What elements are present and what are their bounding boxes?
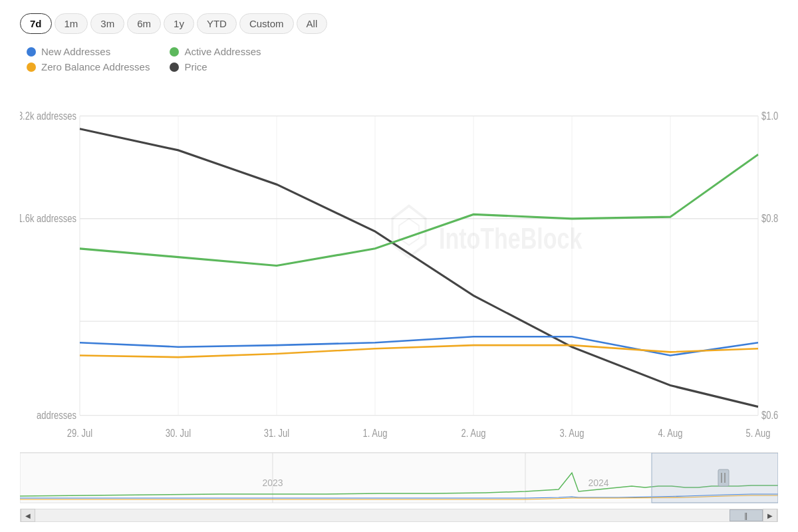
legend-dot-1 [27, 63, 36, 72]
chart-wrapper: 3.2k addresses 1.6k addresses addresses … [20, 82, 778, 519]
svg-text:3. Aug: 3. Aug [560, 426, 585, 439]
legend-dot-2 [170, 47, 179, 57]
time-btn-ytd[interactable]: YTD [197, 13, 237, 34]
svg-rect-34 [652, 453, 778, 503]
svg-marker-19 [399, 219, 419, 245]
svg-text:2. Aug: 2. Aug [462, 426, 486, 439]
legend-item-3: Price [170, 61, 261, 72]
svg-text:5. Aug: 5. Aug [746, 426, 771, 439]
svg-text:1.6k addresses: 1.6k addresses [20, 211, 76, 224]
time-range-selector: 7d1m3m6m1yYTDCustomAll [20, 13, 778, 34]
scroll-left-button[interactable]: ◀ [21, 509, 35, 522]
legend-dot-3 [170, 63, 179, 72]
svg-text:4. Aug: 4. Aug [658, 426, 683, 439]
svg-text:$0.600000: $0.600000 [761, 408, 778, 421]
svg-marker-18 [392, 205, 426, 257]
scroll-thumb[interactable]: ‖ [730, 509, 763, 521]
legend-label-2: Active Addresses [184, 46, 261, 57]
legend-label-3: Price [184, 61, 207, 72]
navigator-svg: 2023 2024 [20, 453, 778, 506]
time-btn-3m[interactable]: 3m [90, 13, 124, 34]
navigator-scrollbar: ◀ ‖ ▶ [20, 509, 778, 522]
svg-rect-35 [718, 469, 729, 486]
time-btn-6m[interactable]: 6m [127, 13, 161, 34]
legend-label-1: Zero Balance Addresses [41, 61, 150, 72]
svg-text:$0.800000: $0.800000 [761, 211, 778, 224]
time-btn-custom[interactable]: Custom [239, 13, 294, 34]
main-container: 7d1m3m6m1yYTDCustomAll New AddressesZero… [0, 0, 798, 532]
legend-item-0: New Addresses [27, 46, 150, 57]
main-chart-svg: 3.2k addresses 1.6k addresses addresses … [20, 82, 778, 450]
legend-dot-0 [27, 47, 36, 57]
time-btn-all[interactable]: All [297, 13, 328, 34]
legend-label-0: New Addresses [41, 46, 110, 57]
svg-text:30. Jul: 30. Jul [166, 426, 191, 439]
svg-text:29. Jul: 29. Jul [67, 426, 92, 439]
chart-legend: New AddressesZero Balance AddressesActiv… [20, 46, 778, 72]
main-chart-area: 3.2k addresses 1.6k addresses addresses … [20, 82, 778, 450]
scroll-right-button[interactable]: ▶ [763, 509, 777, 522]
svg-text:IntoTheBlock: IntoTheBlock [439, 223, 582, 255]
svg-text:1. Aug: 1. Aug [363, 426, 388, 439]
time-btn-1m[interactable]: 1m [55, 13, 88, 34]
legend-item-2: Active Addresses [170, 46, 261, 57]
svg-text:addresses: addresses [37, 408, 76, 421]
svg-text:3.2k addresses: 3.2k addresses [20, 109, 76, 122]
time-btn-1y[interactable]: 1y [164, 13, 194, 34]
scroll-track[interactable]: ‖ [35, 509, 763, 521]
navigator-area: 2023 2024 ◀ [20, 452, 778, 519]
svg-text:31. Jul: 31. Jul [264, 426, 289, 439]
svg-text:$1.00: $1.00 [761, 109, 778, 122]
svg-text:2024: 2024 [588, 477, 608, 488]
time-btn-7d[interactable]: 7d [20, 13, 52, 34]
legend-item-1: Zero Balance Addresses [27, 61, 150, 72]
scroll-thumb-handle: ‖ [744, 511, 749, 520]
